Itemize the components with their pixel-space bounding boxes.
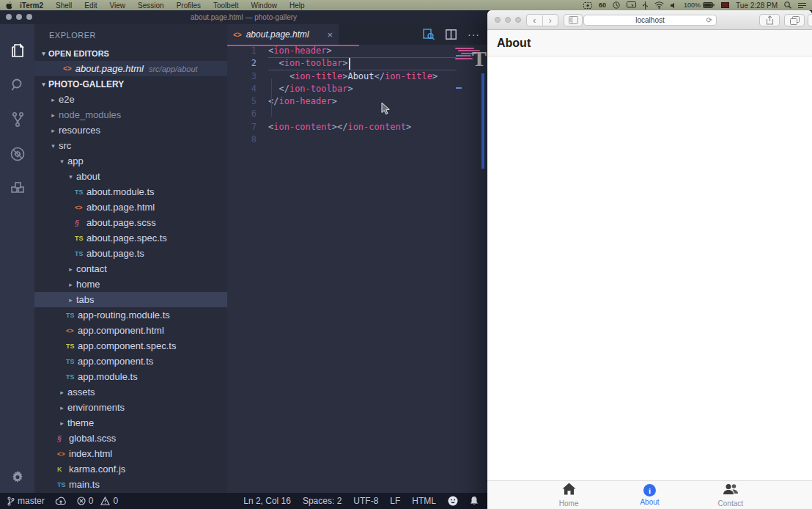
color-profile-icon[interactable] xyxy=(721,2,729,8)
tree-item-app[interactable]: ▾app xyxy=(34,153,227,169)
new-tab-button[interactable]: + xyxy=(808,14,812,26)
tree-item-about.page.ts[interactable]: TSabout.page.ts xyxy=(34,246,227,261)
feedback-smiley-icon[interactable] xyxy=(448,496,458,506)
spotlight-icon[interactable] xyxy=(784,1,791,9)
menu-clock[interactable]: Tue 2:28 PM xyxy=(736,1,778,10)
tree-item-home[interactable]: ▸home xyxy=(34,277,227,292)
open-editor-entry[interactable]: <> about.page.html src/app/about xyxy=(34,61,227,76)
tree-item-theme[interactable]: ▸theme xyxy=(34,415,227,431)
sidebar-toggle-button[interactable] xyxy=(564,14,583,26)
problems-indicator[interactable]: 0 0 xyxy=(77,496,118,506)
tab-overview-button[interactable] xyxy=(784,14,805,26)
back-button[interactable]: ‹ xyxy=(527,15,543,26)
tree-item-about.page.scss[interactable]: §about.page.scss xyxy=(34,215,227,230)
code-line-7[interactable]: 7<ion-content></ion-content> xyxy=(227,121,487,133)
display-icon[interactable] xyxy=(627,1,636,9)
settings-gear-icon[interactable] xyxy=(0,469,34,484)
tree-item-resources[interactable]: ▸resources xyxy=(34,122,227,138)
cursor-position-indicator[interactable]: Ln 2, Col 16 xyxy=(243,496,291,506)
ionic-tab-contact[interactable]: Contact xyxy=(690,481,771,509)
reload-icon[interactable]: ⟳ xyxy=(706,16,712,24)
git-branch-indicator[interactable]: master xyxy=(7,496,45,506)
more-actions-icon[interactable]: ··· xyxy=(468,31,480,38)
encoding-indicator[interactable]: UTF-8 xyxy=(353,496,378,506)
split-editor-icon[interactable] xyxy=(446,29,457,40)
address-bar[interactable]: localhost ⟳ xyxy=(583,15,717,26)
menu-item-toolbelt[interactable]: Toolbelt xyxy=(213,1,238,10)
code-line-1[interactable]: 1<ion-header> xyxy=(227,45,487,57)
indentation-indicator[interactable]: Spaces: 2 xyxy=(303,496,342,506)
source-control-icon[interactable] xyxy=(0,102,34,136)
vscode-traffic-lights[interactable] xyxy=(6,14,32,20)
editor-tab-about-page-html[interactable]: <> about.page.html × xyxy=(227,24,339,45)
open-preview-icon[interactable] xyxy=(423,29,435,40)
tree-item-main.ts[interactable]: TSmain.ts xyxy=(34,477,227,492)
fps-indicator[interactable]: 60 xyxy=(599,1,606,9)
code-line-6[interactable]: 6 xyxy=(227,108,487,120)
notification-center-icon[interactable] xyxy=(798,2,806,9)
publish-changes-button[interactable] xyxy=(55,497,67,505)
volume-icon[interactable] xyxy=(671,2,677,9)
language-mode-indicator[interactable]: HTML xyxy=(412,496,436,506)
battery-icon[interactable] xyxy=(703,2,715,8)
menu-item-iterm2[interactable]: iTerm2 xyxy=(20,1,43,10)
project-root-folder[interactable]: ▾ PHOTO-GALLERY xyxy=(34,76,227,92)
tree-item-node_modules[interactable]: ▸node_modules xyxy=(34,107,227,122)
apple-menu-icon[interactable] xyxy=(6,1,12,10)
menu-item-help[interactable]: Help xyxy=(289,1,305,10)
safari-traffic-lights[interactable] xyxy=(495,17,521,23)
code-line-2[interactable]: 2 <ion-toolbar> xyxy=(227,57,487,70)
debug-icon[interactable] xyxy=(0,136,34,171)
tree-item-app.component.html[interactable]: <>app.component.html xyxy=(34,323,227,338)
menu-item-window[interactable]: Window xyxy=(251,1,277,10)
tree-item-e2e[interactable]: ▸e2e xyxy=(34,92,227,107)
timer-icon[interactable] xyxy=(613,1,620,9)
tree-item-tabs[interactable]: ▸tabs xyxy=(34,292,227,307)
wifi-icon[interactable] xyxy=(654,1,664,9)
tree-item-about.page.spec.ts[interactable]: TSabout.page.spec.ts xyxy=(34,230,227,246)
menu-item-session[interactable]: Session xyxy=(138,1,164,10)
share-button[interactable] xyxy=(759,14,780,26)
code-line-5[interactable]: 5</ion-header> xyxy=(227,95,487,108)
tree-item-about.page.html[interactable]: <>about.page.html xyxy=(34,199,227,215)
usb-icon[interactable] xyxy=(643,1,648,10)
tree-item-label: contact xyxy=(76,263,107,274)
explorer-icon[interactable] xyxy=(0,33,34,67)
tree-item-global.scss[interactable]: §global.scss xyxy=(34,431,227,446)
menu-item-profiles[interactable]: Profiles xyxy=(177,1,201,10)
tree-item-about.module.ts[interactable]: TSabout.module.ts xyxy=(34,184,227,199)
tree-item-app.component.spec.ts[interactable]: TSapp.component.spec.ts xyxy=(34,338,227,354)
extensions-icon[interactable] xyxy=(0,171,34,205)
ionic-tab-about[interactable]: iAbout xyxy=(609,481,690,509)
ionic-tab-home[interactable]: Home xyxy=(528,481,609,509)
html-file-icon: <> xyxy=(63,65,72,73)
tab-close-icon[interactable]: × xyxy=(327,29,333,40)
menu-item-view[interactable]: View xyxy=(110,1,126,10)
screen-recording-icon[interactable] xyxy=(583,2,592,9)
open-editors-section[interactable]: ▾ OPEN EDITORS xyxy=(34,45,227,61)
tree-item-assets[interactable]: ▸assets xyxy=(34,384,227,400)
tree-item-src[interactable]: ▾src xyxy=(34,138,227,153)
forward-button[interactable]: › xyxy=(543,15,558,26)
tree-item-about[interactable]: ▾about xyxy=(34,169,227,184)
tree-item-index.html[interactable]: <>index.html xyxy=(34,446,227,461)
tree-item-app-routing.module.ts[interactable]: TSapp-routing.module.ts xyxy=(34,307,227,323)
tree-item-app.component.ts[interactable]: TSapp.component.ts xyxy=(34,354,227,369)
tree-item-contact[interactable]: ▸contact xyxy=(34,261,227,277)
code-line-8[interactable]: 8 xyxy=(227,133,487,146)
scrollbar-artifact[interactable] xyxy=(481,73,484,169)
tree-item-environments[interactable]: ▸environments xyxy=(34,400,227,415)
search-icon[interactable] xyxy=(0,67,34,102)
ts-file-icon: TS xyxy=(57,481,68,488)
code-line-4[interactable]: 4 </ion-toolbar> xyxy=(227,83,487,95)
menu-item-edit[interactable]: Edit xyxy=(84,1,97,10)
tree-item-app.module.ts[interactable]: TSapp.module.ts xyxy=(34,369,227,384)
notifications-bell-icon[interactable] xyxy=(470,496,479,506)
menu-item-shell[interactable]: Shell xyxy=(56,1,72,10)
code-editor[interactable]: 1<ion-header>2 <ion-toolbar>3 <ion-title… xyxy=(227,45,487,493)
vscode-title-bar[interactable]: about.page.html — photo-gallery xyxy=(0,10,487,24)
eol-indicator[interactable]: LF xyxy=(390,496,400,506)
tree-item-karma.conf.js[interactable]: Kkarma.conf.js xyxy=(34,461,227,477)
code-line-3[interactable]: 3 <ion-title>About</ion-title> xyxy=(227,70,487,83)
tree-item-label: assets xyxy=(67,387,95,398)
